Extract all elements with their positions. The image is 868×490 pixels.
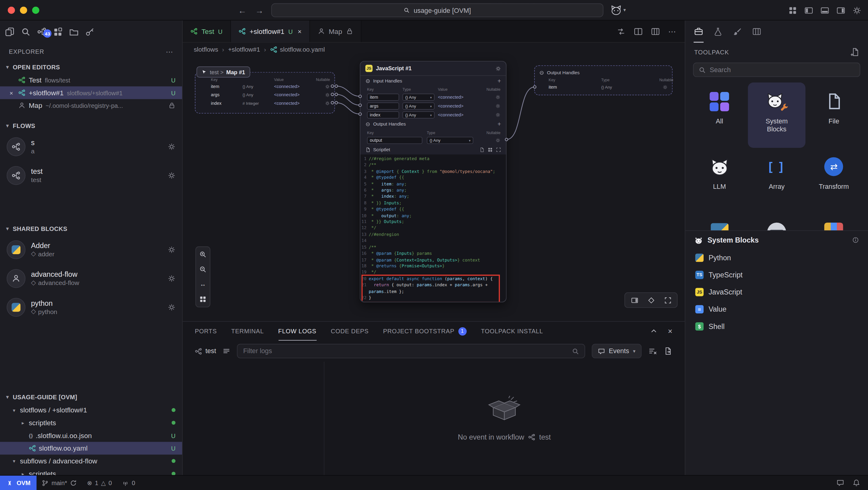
events-dropdown[interactable]: Events ▾	[592, 344, 642, 358]
workspace-header[interactable]: ▾ USAGE-GUIDE [OVM]	[0, 390, 182, 404]
navigate-back-button[interactable]: ←	[238, 6, 246, 14]
open-editors-header[interactable]: ▾ OPEN EDITORS	[0, 60, 182, 74]
toolpack-tile[interactable]: LLM	[691, 148, 748, 213]
handle-key-input[interactable]: output	[367, 136, 423, 144]
breadcrumb-item[interactable]: slotflow.oo.yaml	[270, 46, 325, 53]
close-editor-icon[interactable]: ×	[8, 90, 15, 96]
split-editor-icon[interactable]	[634, 27, 643, 36]
branch-status[interactable]: main*	[37, 476, 82, 490]
toggle-minimap-button[interactable]	[628, 295, 641, 305]
list-item[interactable]: python◇python	[0, 293, 182, 322]
tree-item[interactable]: ▸scriptlets	[0, 417, 182, 429]
open-editor-item[interactable]: ×+slotflow#1slotflows/+slotflow#1U	[0, 87, 182, 99]
experiments-tab-icon[interactable]	[713, 21, 723, 43]
handle-key-input[interactable]: index	[367, 111, 399, 118]
handle-settings-gear-icon[interactable]	[325, 84, 330, 89]
input-handle-row[interactable]: args{} Any▾<connected>	[361, 101, 506, 110]
handle-settings-gear-icon[interactable]	[495, 94, 500, 99]
export-logs-icon[interactable]	[664, 347, 673, 356]
input-handle-row[interactable]: item{} Any▾<connected>	[361, 93, 506, 101]
compare-changes-icon[interactable]	[617, 27, 625, 36]
tree-item[interactable]: ▾slotflows / +slotflow#1	[0, 403, 182, 417]
system-block-item[interactable]: ≡Value	[685, 301, 868, 318]
toolpack-tab-icon[interactable]	[693, 21, 704, 43]
open-editor-item[interactable]: Map~/.oomol-studio/registry-pa...	[0, 99, 182, 112]
handle-type-select[interactable]: {} Any▾	[403, 93, 435, 100]
toolpack-tile[interactable]	[805, 213, 863, 230]
toolpack-tile[interactable]: ⇄Transform	[805, 148, 863, 213]
extensions-icon[interactable]	[53, 27, 63, 36]
shared-blocks-header[interactable]: ▾ SHARED BLOCKS	[0, 222, 182, 236]
tree-item[interactable]: ▾subflows / advanced-flow	[0, 455, 182, 467]
toolpack-search-field[interactable]	[693, 63, 860, 77]
list-item[interactable]: advanced-flow◇advanced-flow	[0, 264, 182, 293]
explorer-icon[interactable]	[5, 27, 14, 36]
scriptlet-code-editor[interactable]: 1//#region generated meta2/**3 * @import…	[361, 155, 506, 302]
close-panel-icon[interactable]: ×	[668, 327, 673, 335]
toolpack-tile[interactable]	[691, 213, 748, 230]
zoom-out-button[interactable]	[197, 264, 208, 275]
panel-tab[interactable]: FLOW LOGS	[278, 322, 316, 341]
search-icon[interactable]	[21, 27, 31, 36]
open-grid-icon[interactable]	[488, 147, 493, 152]
handle-type-select[interactable]: {} Any▾	[403, 111, 435, 118]
map-node-row[interactable]: args{} Any<connected>	[195, 91, 335, 99]
info-icon[interactable]	[852, 237, 859, 244]
map-node-row[interactable]: index# Integer<connected>	[195, 99, 335, 107]
handle-type-select[interactable]: {} Any▾	[427, 136, 473, 144]
panel-tab[interactable]: TERMINAL	[231, 322, 264, 341]
filter-logs-input[interactable]	[243, 347, 567, 355]
layout-tab-icon[interactable]	[752, 21, 762, 43]
toolpack-tile[interactable]: [ ]Array	[748, 148, 805, 213]
system-block-item[interactable]: JSJavaScript	[685, 283, 868, 301]
item-settings-gear-icon[interactable]	[168, 303, 175, 311]
expand-editor-icon[interactable]	[496, 147, 501, 152]
add-input-handle-button[interactable]: +	[498, 78, 501, 84]
access-key-icon[interactable]	[85, 27, 95, 36]
toolpack-tile[interactable]	[748, 213, 805, 230]
fit-view-button[interactable]: ↔	[197, 279, 208, 289]
ports-status[interactable]: 0	[117, 476, 140, 490]
collapse-panel-icon[interactable]	[650, 327, 658, 335]
editor-tab[interactable]: Map	[310, 21, 362, 42]
output-handle-row[interactable]: output{} Any▾	[361, 135, 506, 145]
breadcrumb-item[interactable]: +slotflow#1	[228, 46, 260, 53]
item-settings-gear-icon[interactable]	[168, 275, 175, 282]
item-settings-gear-icon[interactable]	[168, 143, 175, 151]
settings-gear-icon[interactable]	[852, 6, 861, 15]
navigate-forward-button[interactable]: →	[255, 6, 264, 14]
command-center-search[interactable]: usage-guide [OVM]	[271, 3, 603, 17]
javascript-node[interactable]: JS JavaScript #1 Input Handles + KeyType…	[360, 61, 506, 302]
filter-logs-field[interactable]	[237, 344, 585, 358]
editor-tab[interactable]: TestU	[183, 21, 230, 42]
toolpack-tile[interactable]: File	[805, 83, 863, 148]
auto-layout-button[interactable]	[197, 294, 208, 304]
editor-layout-icon[interactable]	[788, 6, 797, 15]
flows-header[interactable]: ▾ FLOWS	[0, 119, 182, 132]
new-toolpack-icon[interactable]	[850, 48, 859, 57]
toolpack-tile[interactable]: System Blocks	[748, 83, 805, 148]
close-tab-icon[interactable]: ×	[298, 28, 302, 35]
breadcrumb-item[interactable]: slotflows	[194, 46, 218, 53]
close-window-button[interactable]	[8, 7, 15, 14]
feedback-icon[interactable]	[837, 479, 844, 487]
fullscreen-button[interactable]	[661, 295, 674, 305]
handle-key-input[interactable]: args	[367, 102, 399, 110]
open-editor-item[interactable]: Testflows/testU	[0, 73, 182, 87]
tree-item[interactable]: {}.slotflow.ui.oo.jsonU	[0, 429, 182, 442]
panel-tab[interactable]: PORTS	[195, 322, 217, 341]
more-actions-icon[interactable]: ⋯	[166, 48, 173, 55]
problems-status[interactable]: ⊗ 1 △ 0	[82, 476, 117, 490]
maximize-window-button[interactable]	[32, 7, 39, 14]
map-view-button[interactable]	[645, 295, 657, 305]
system-blocks-section-header[interactable]: System Blocks	[685, 230, 868, 249]
clear-logs-icon[interactable]	[648, 347, 657, 356]
node-settings-gear-icon[interactable]	[495, 66, 501, 71]
flow-selector[interactable]: test	[195, 347, 216, 355]
log-view-mode-icon[interactable]	[223, 347, 230, 355]
panel-tab[interactable]: CODE DEPS	[331, 322, 369, 341]
handle-settings-gear-icon[interactable]	[325, 93, 330, 97]
toolpack-tile[interactable]: All	[691, 83, 748, 148]
copy-code-icon[interactable]	[479, 147, 485, 152]
themes-tab-icon[interactable]	[733, 21, 742, 43]
